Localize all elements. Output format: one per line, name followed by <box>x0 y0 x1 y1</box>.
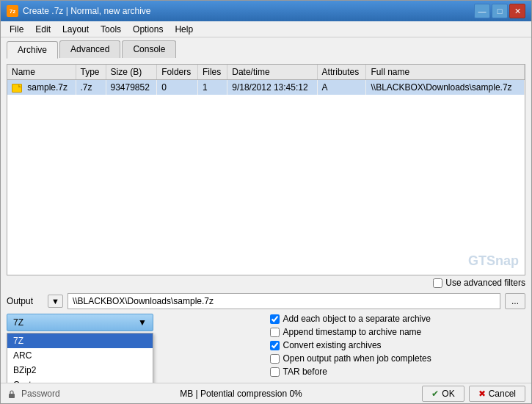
advanced-filters-label: Use advanced filters <box>445 278 525 288</box>
col-attributes[interactable]: Attributes <box>317 65 366 80</box>
tar-before-label: TAR before <box>283 367 327 377</box>
check-icon: ✔ <box>431 389 439 399</box>
checkbox-open-output: Open output path when job completes <box>270 353 526 364</box>
cell-size: 93479852 <box>106 80 157 95</box>
advanced-filters-checkbox[interactable] <box>433 278 442 288</box>
x-icon: ✖ <box>478 389 486 399</box>
filter-row: Use advanced filters <box>7 275 525 290</box>
lock-icon <box>7 389 17 399</box>
close-button[interactable]: ✕ <box>509 4 525 18</box>
cell-datetime: 9/18/2012 13:45:12 <box>227 80 317 95</box>
format-option-custom[interactable]: Custom <box>7 378 153 383</box>
format-selected-value: 7Z <box>13 317 23 328</box>
minimize-button[interactable]: — <box>474 4 490 18</box>
tab-archive[interactable]: Archive <box>7 41 58 59</box>
svg-rect-0 <box>9 394 15 398</box>
status-right: ✔ OK ✖ Cancel <box>422 386 525 402</box>
file-icon <box>12 84 22 93</box>
col-datetime[interactable]: Date/time <box>227 65 317 80</box>
table-header-row: Name Type Size (B) Folders Files Date/ti… <box>7 65 525 80</box>
checkbox-append-timestamp: Append timestamp to archive name <box>270 327 526 337</box>
menu-edit[interactable]: Edit <box>29 23 57 36</box>
window-title: Create .7z | Normal, new archive <box>23 6 151 16</box>
convert-existing-checkbox[interactable] <box>270 341 280 350</box>
col-fullname[interactable]: Full name <box>366 65 525 80</box>
format-option-bzip2[interactable]: BZip2 <box>7 363 153 378</box>
ok-label: OK <box>442 389 454 399</box>
add-separate-checkbox[interactable] <box>270 314 280 324</box>
output-label: Output <box>7 296 43 306</box>
left-panel: 7Z ▼ 7Z ARC BZip2 Custom GZip PEA QUAD/B… <box>7 314 263 377</box>
menu-help[interactable]: Help <box>169 23 199 36</box>
tab-bar: Archive Advanced Console <box>1 37 531 58</box>
output-row: Output ▼ ... <box>7 293 525 309</box>
menu-tools[interactable]: Tools <box>95 23 127 36</box>
format-dropdown-menu: 7Z ARC BZip2 Custom GZip PEA QUAD/BALZ S… <box>7 333 153 383</box>
title-bar-left: 7z Create .7z | Normal, new archive <box>7 5 151 17</box>
checkbox-add-separate: Add each object to a separate archive <box>270 314 526 324</box>
output-path-input[interactable] <box>68 293 500 309</box>
format-select-button[interactable]: 7Z ▼ <box>7 314 153 331</box>
tab-advanced[interactable]: Advanced <box>59 40 120 58</box>
title-bar: 7z Create .7z | Normal, new archive — □ … <box>1 1 531 21</box>
cell-folders: 0 <box>157 80 198 95</box>
ok-button[interactable]: ✔ OK <box>422 386 464 402</box>
menu-options[interactable]: Options <box>127 23 169 36</box>
menu-layout[interactable]: Layout <box>57 23 95 36</box>
output-dropdown-button[interactable]: ▼ <box>48 295 63 308</box>
menu-file[interactable]: File <box>4 23 29 36</box>
format-option-7z[interactable]: 7Z <box>7 333 153 348</box>
main-content: Name Type Size (B) Folders Files Date/ti… <box>1 58 531 383</box>
cell-fullname: \\BLACKBOX\Downloads\sample.7z <box>366 80 525 95</box>
col-files[interactable]: Files <box>197 65 227 80</box>
col-type[interactable]: Type <box>76 65 106 80</box>
convert-existing-label: Convert existing archives <box>283 340 382 350</box>
status-bar: Password MB | Potential compression 0% ✔… <box>1 383 531 403</box>
window-controls: — □ ✕ <box>474 4 525 18</box>
main-window: 7z Create .7z | Normal, new archive — □ … <box>0 0 532 404</box>
cell-type: .7z <box>76 80 106 95</box>
checkbox-convert-existing: Convert existing archives <box>270 340 526 350</box>
tab-console[interactable]: Console <box>122 40 176 58</box>
format-option-arc[interactable]: ARC <box>7 348 153 363</box>
append-timestamp-checkbox[interactable] <box>270 328 280 337</box>
file-table-container: Name Type Size (B) Folders Files Date/ti… <box>7 64 525 275</box>
lower-section: 7Z ▼ 7Z ARC BZip2 Custom GZip PEA QUAD/B… <box>7 314 525 377</box>
append-timestamp-label: Append timestamp to archive name <box>283 327 422 337</box>
browse-button[interactable]: ... <box>505 293 525 309</box>
file-table: Name Type Size (B) Folders Files Date/ti… <box>7 65 525 95</box>
add-separate-label: Add each object to a separate archive <box>283 314 431 324</box>
col-size[interactable]: Size (B) <box>106 65 157 80</box>
col-name[interactable]: Name <box>7 65 76 80</box>
status-left: Password <box>7 389 60 399</box>
status-text: MB | Potential compression 0% <box>60 389 423 399</box>
maximize-button[interactable]: □ <box>492 4 508 18</box>
cell-files: 1 <box>197 80 227 95</box>
col-folders[interactable]: Folders <box>157 65 198 80</box>
table-row[interactable]: sample.7z .7z 93479852 0 1 9/18/2012 13:… <box>7 80 525 95</box>
open-output-label: Open output path when job completes <box>283 353 431 364</box>
watermark: GTSnap <box>468 253 519 269</box>
tar-before-checkbox[interactable] <box>270 367 280 377</box>
cell-attributes: A <box>317 80 366 95</box>
open-output-checkbox[interactable] <box>270 354 280 364</box>
menu-bar: File Edit Layout Tools Options Help <box>1 21 531 37</box>
cancel-label: Cancel <box>489 389 516 399</box>
password-label: Password <box>21 389 60 399</box>
cell-name: sample.7z <box>7 80 76 95</box>
right-panel: Add each object to a separate archive Ap… <box>270 314 526 377</box>
checkbox-tar-before: TAR before <box>270 367 526 377</box>
cancel-button[interactable]: ✖ Cancel <box>469 386 525 402</box>
format-dropdown-container: 7Z ▼ 7Z ARC BZip2 Custom GZip PEA QUAD/B… <box>7 314 263 331</box>
dropdown-arrow-icon: ▼ <box>138 317 147 328</box>
app-icon: 7z <box>7 5 18 17</box>
